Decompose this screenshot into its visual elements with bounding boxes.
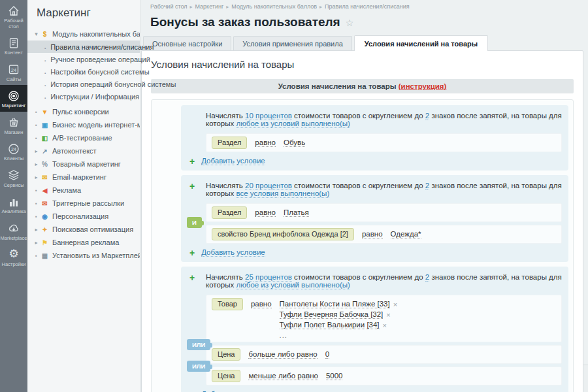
menu-item-ab-test[interactable]: ◧ А/B-тестирование [27, 131, 140, 144]
rail-item-label: Контент [0, 50, 27, 56]
rule-done-link[interactable]: выполнено(ы) [280, 189, 329, 198]
add-icon[interactable] [189, 182, 195, 190]
condition-value-link[interactable]: 0 [325, 350, 329, 359]
tab-product-conditions[interactable]: Условия начислений на товары [354, 35, 488, 51]
add-condition-link[interactable]: Добавить условие [201, 157, 265, 165]
rail-item-content[interactable]: Контент [0, 32, 27, 59]
bullet-icon [44, 43, 50, 51]
breadcrumb-item[interactable]: Модуль накопительных баллов [231, 3, 317, 10]
rule-done-link[interactable]: выполнено(ы) [301, 120, 350, 128]
condition-value-link[interactable]: Одежда* [391, 230, 421, 238]
condition-operator-link[interactable]: равно [362, 230, 383, 238]
condition-value-link[interactable]: 5000 [326, 372, 343, 380]
rule-decimals-link[interactable]: 2 [425, 273, 429, 282]
bullet-icon [44, 68, 50, 76]
menu-item-conversion-pulse[interactable]: ▼ Пульс конверсии [27, 105, 140, 118]
add-condition-link[interactable]: Добавить условие [201, 248, 265, 257]
rail-item-desktop[interactable]: Рабочий стол [0, 0, 27, 32]
menu-item-bonus-history[interactable]: История операций бонусной системы [27, 78, 140, 90]
tab-rule-conditions[interactable]: Условия применения правила [233, 36, 351, 50]
rail-item-sites[interactable]: 24 Сайты [0, 59, 27, 86]
breadcrumb-item[interactable]: Маркетинг [195, 3, 224, 10]
instruction-link[interactable]: (инструкция) [399, 82, 447, 90]
condition-field-chip[interactable]: Цена [212, 348, 240, 361]
condition-operator-link[interactable]: равно [255, 139, 276, 147]
menu-item-business-model[interactable]: ▣ Бизнес модель интернет-магазина [27, 118, 140, 131]
rail-item-services[interactable]: Сервисы [0, 165, 27, 191]
rule-done-link[interactable]: выполнено(ы) [301, 281, 350, 289]
rule-logic-link[interactable]: любое из условий [236, 281, 299, 289]
trigger-mail-icon: ✉ [40, 200, 50, 207]
condition-operator-link[interactable]: равно [255, 208, 276, 217]
menu-item-banner-ads[interactable]: ⚑ Баннерная реклама [27, 236, 140, 249]
favorite-star-icon[interactable]: ☆ [346, 18, 354, 28]
rule-header: Начислять 20 процентов стоимости товаров… [206, 182, 562, 197]
menu-item-email-marketing[interactable]: ✉ Email-маркетинг [27, 171, 140, 184]
marketplace-install-icon: ▦ [40, 252, 50, 259]
menu-item-ads[interactable]: ◀ Реклама [27, 184, 140, 197]
and-join-badge[interactable]: И [187, 217, 202, 228]
menu-item-marketplace-install[interactable]: ▦ Установить из Маркетплейс [27, 249, 140, 262]
add-icon[interactable] [189, 157, 195, 165]
menu-item-label: Реклама [52, 186, 81, 194]
rail-item-marketing[interactable]: Маркетинг [0, 85, 27, 112]
rail-item-label: Клиенты [0, 156, 27, 162]
remove-icon[interactable]: × [386, 311, 390, 319]
rule-decimals-link[interactable]: 2 [425, 112, 429, 120]
menu-item-product-marketing[interactable]: % Товарный маркетинг [27, 157, 140, 171]
condition-field-chip[interactable]: Цена [212, 370, 240, 382]
condition-value-link[interactable]: Туфли Полет Валькирии [34] [280, 321, 380, 329]
menu-item-trigger-mailings[interactable]: ✉ Триггерные рассылки [27, 197, 140, 210]
rule-logic-link[interactable]: все условия [236, 189, 278, 198]
menu-item-instructions[interactable]: Инструкции / Информация [27, 90, 140, 103]
menu-item-personalization[interactable]: ◉ Персонализация [27, 210, 140, 223]
home-icon [0, 4, 27, 17]
rail-item-shop[interactable]: Магазин [0, 112, 27, 139]
condition-field-chip[interactable]: свойство Бренд инфоблока Одежда [2] [212, 228, 354, 240]
more-values-link[interactable]: ... [280, 331, 398, 339]
breadcrumb-item[interactable]: Рабочий стол [150, 3, 188, 10]
rule-text: Начислять [206, 273, 243, 281]
breadcrumb-item[interactable]: Правила начисления/списания [325, 3, 409, 10]
add-icon[interactable] [189, 274, 195, 282]
condition-operator-link[interactable]: равно [251, 300, 272, 308]
condition-value-link[interactable]: Обувь [284, 139, 305, 147]
shop-basket-icon [0, 116, 27, 129]
menu-item-label: Персонализация [52, 212, 108, 220]
menu-item-rules[interactable]: Правила начисления/списания [27, 41, 140, 53]
condition-value-link[interactable]: Платья [284, 208, 309, 217]
rule-text: Начислять [206, 182, 243, 189]
svg-text:24: 24 [11, 147, 16, 152]
condition-operator-link[interactable]: больше либо равно [248, 350, 317, 359]
bullet-marker-icon [33, 122, 40, 128]
bullet-marker-icon [33, 253, 40, 259]
rail-item-clients[interactable]: 24 Клиенты [0, 138, 27, 165]
section-title: Условия начислений на товары [142, 51, 583, 79]
menu-item-seo[interactable]: ✦ Поисковая оптимизация [27, 223, 140, 236]
menu-item-label: Триггерные рассылки [52, 199, 124, 207]
remove-icon[interactable]: × [393, 301, 397, 308]
rail-item-analytics[interactable]: Аналитика [0, 191, 27, 218]
condition-operator-link[interactable]: меньше либо равно [248, 372, 318, 380]
remove-icon[interactable]: × [383, 321, 387, 329]
condition-field-chip[interactable]: Раздел [212, 206, 247, 219]
rail-item-marketplace[interactable]: Marketplace [0, 218, 27, 244]
rule-header: Начислять 25 процентов стоимости товаров… [206, 273, 562, 289]
condition-value-link[interactable]: Пантолеты Кости на Пляже [33] [280, 300, 390, 308]
condition-field-chip[interactable]: Раздел [212, 137, 247, 149]
or-join-badge[interactable]: ИЛИ [187, 339, 210, 350]
tab-main-settings[interactable]: Основные настройки [143, 36, 231, 50]
menu-item-bonus-module[interactable]: $ Модуль накопительных баллов [27, 27, 140, 41]
condition-value-link[interactable]: Туфли Вечерняя Бабочка [32] [280, 310, 384, 319]
bullet-marker-icon [33, 135, 40, 141]
add-icon[interactable] [189, 249, 195, 257]
rule-logic-link[interactable]: любое из условий [236, 120, 299, 128]
menu-item-autocontext[interactable]: ↗ Автоконтекст [27, 144, 140, 157]
rail-item-settings[interactable]: ⚙ Настройки [0, 244, 27, 270]
menu-item-bonus-settings[interactable]: Настройки бонусной системы [27, 65, 140, 78]
rail-item-label: Рабочий стол [0, 18, 27, 29]
or-join-badge[interactable]: ИЛИ [187, 361, 210, 372]
rule-decimals-link[interactable]: 2 [425, 182, 429, 190]
condition-field-chip[interactable]: Товар [212, 298, 243, 310]
menu-item-manual-ops[interactable]: Ручное проведение операций [27, 53, 140, 65]
